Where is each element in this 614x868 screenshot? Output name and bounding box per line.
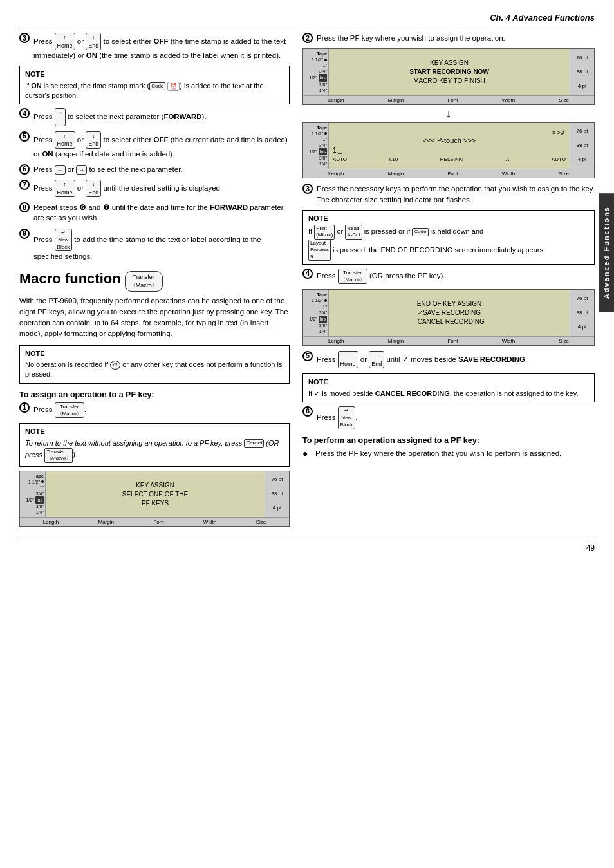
macro-key-note[interactable]: Transfer〈Macro〉	[44, 448, 73, 463]
perform-bullet: ● Press the PF key where the operation t…	[302, 448, 595, 458]
step-4: 4 Press → to select the next parameter (…	[19, 108, 290, 126]
lbl3-length: Length	[328, 171, 344, 176]
key-newblock[interactable]: ↵NewBlock	[55, 229, 73, 252]
lbl-size: Size	[256, 519, 266, 525]
arrow-indicator: ↓	[302, 107, 595, 120]
macro-press-key[interactable]: Transfer〈Macro〉	[55, 402, 84, 418]
tape2-label-row: Tape	[304, 51, 327, 57]
key-home[interactable]: ↑Home	[55, 33, 75, 50]
lcd-3-left: Tape 1 1/2" 1" 3/4" 1/2"Ins 3/8" 1/4"	[303, 290, 329, 336]
tape-12: 1/2"Ins	[21, 496, 44, 504]
macro-section-heading: Macro function Transfer〈Macro〉	[19, 270, 290, 291]
perform-title: To perform an operation assigned to a PF…	[302, 436, 595, 445]
step-7-num: 7	[19, 180, 30, 190]
step-5-content: Press ↑Home or ↓End to select either OFF…	[33, 131, 290, 159]
tape-34: 3/4"	[21, 491, 44, 496]
note-3: NOTE To return to the text without assig…	[19, 423, 290, 467]
step-6-num: 6	[19, 164, 30, 175]
note-2-text: No operation is recorded if ⏱ or any oth…	[25, 360, 284, 380]
note-3-label: NOTE	[25, 427, 284, 437]
lbl4-width: Width	[502, 338, 515, 344]
lcd2-right-4pt: 4 pt	[578, 83, 586, 90]
bullet-icon: ●	[302, 448, 312, 458]
macro-key-label[interactable]: Transfer〈Macro〉	[125, 271, 163, 291]
right-step-4-content: Press Transfer〈Macro〉 (OR press the PF k…	[317, 269, 595, 284]
key-end-5[interactable]: ↓End	[369, 351, 384, 368]
tape-label: Tape	[33, 473, 44, 479]
lcd-right-76pt: 76 pt	[272, 476, 283, 483]
step-8: 8 Repeat steps ❻ and ❼ until the date an…	[19, 202, 290, 223]
step-9: 9 Press ↵NewBlock to add the time stamp …	[19, 229, 290, 262]
macro-key-4[interactable]: Transfer〈Macro〉	[338, 269, 367, 284]
lcd-2-right: 76 pt 38 pt 4 pt	[570, 49, 594, 95]
note-3-text: To return to the text without assigning …	[25, 439, 284, 463]
lcd-ptouch-indicator: ≡ >✗	[333, 129, 566, 136]
lcd-2-row-3: MACRO KEY TO FINISH	[333, 77, 566, 86]
right-step-6-num: 6	[302, 406, 313, 417]
lbl-margin: Margin	[98, 519, 114, 525]
lbl3-margin: Margin	[388, 171, 404, 176]
page-header: Ch. 4 Advanced Functions	[19, 13, 595, 26]
step-5: 5 Press ↑Home or ↓End to select either O…	[19, 131, 290, 159]
tape3-14: 1/4"	[304, 328, 327, 334]
lcd-1-left: Tape 1 1/2" 1" 3/4" 1/2"Ins 3/8" 1/4"	[20, 471, 46, 518]
key-forward-arrow[interactable]: →	[55, 108, 66, 126]
cancel-key[interactable]: Cancel	[244, 439, 264, 447]
lcd-right-38pt: 38 pt	[272, 491, 283, 497]
key-end-2[interactable]: ↓End	[86, 131, 101, 149]
key-end[interactable]: ↓End	[86, 33, 101, 50]
lcd-3-row-3: CANCEL RECORDING	[333, 317, 566, 326]
lbl3-font: Font	[447, 171, 458, 176]
ptouch-tape-12: 1/2"Ins	[304, 148, 327, 155]
lbl4-size: Size	[559, 338, 569, 344]
lcd-3-row-1: END OF KEY ASSIGN	[333, 299, 566, 308]
note-2-label: NOTE	[25, 349, 284, 359]
lcd-3-container: Tape 1 1/2" 1" 3/4" 1/2"Ins 3/8" 1/4" EN…	[302, 289, 595, 346]
key-end-3[interactable]: ↓End	[86, 180, 101, 197]
code-key[interactable]: Code	[149, 82, 165, 90]
tape3-112: 1 1/2"	[304, 297, 327, 303]
note-5: NOTE If ✓ is moved beside CANCEL RECORDI…	[302, 373, 595, 402]
key-home-5[interactable]: ↑Home	[338, 351, 358, 368]
layout-key[interactable]: LayoutProcess9	[308, 240, 331, 261]
lcd-screen-ptouch: Tape 1 1/2" 1" 3/4" 1/2"Ins 3/8" 1/4" ≡ …	[302, 122, 595, 179]
clock-key[interactable]: ⏱	[110, 361, 120, 370]
lcd-ptouch-body: Tape 1 1/2" 1" 3/4" 1/2"Ins 3/8" 1/4" ≡ …	[303, 123, 594, 169]
tape-38: 3/8"	[21, 504, 44, 509]
tape-14: 1/4"	[21, 509, 44, 515]
ptouch-tape-112: 1 1/2"	[304, 131, 327, 137]
right-step-3: 3 Press the necessary keys to perform th…	[302, 184, 595, 204]
lcd-2-row-2: START RECORDING NOW	[333, 68, 566, 77]
lcd-2-bottom: Length Margin Font Width Size	[303, 95, 594, 104]
tape3-1: 1"	[304, 304, 327, 310]
right-step-3-content: Press the necessary keys to perform the …	[317, 184, 595, 204]
lbl-width: Width	[203, 519, 216, 525]
key-home-2[interactable]: ↑Home	[55, 131, 75, 149]
tape2-34: 3/4"	[304, 68, 327, 74]
lbl3-width: Width	[502, 171, 515, 176]
key-right-arrow[interactable]: →	[76, 165, 87, 175]
lbl2-width: Width	[502, 97, 515, 103]
ptouch-76pt: 76 pt	[577, 128, 588, 135]
lcd-2-left: Tape 1 1/2" 1" 3/4" 1/2"Ins 3/8" 1/4"	[303, 49, 329, 95]
code-key-2[interactable]: Code	[412, 228, 428, 236]
key-home-3[interactable]: ↑Home	[55, 180, 75, 197]
lcd-1-body: Tape 1 1/2" 1" 3/4" 1/2"Ins 3/8" 1/4" KE…	[20, 471, 289, 518]
assign-section: To assign an operation to a PF key: 1 Pr…	[19, 390, 290, 527]
lcd-right-4pt: 4 pt	[273, 505, 281, 511]
lcd3-right-4pt: 4 pt	[578, 324, 586, 330]
print-key[interactable]: Print(Mirror)	[314, 225, 335, 240]
lcd-ptouch-row-2: 1:_	[333, 146, 566, 155]
step-5-num: 5	[19, 131, 30, 142]
page: Ch. 4 Advanced Functions 3 Press ↑Home o…	[0, 0, 614, 868]
read-acut-key[interactable]: ReadA-Cut	[345, 225, 362, 240]
key-left-arrow[interactable]: ←	[55, 165, 66, 175]
key-newblock-6[interactable]: ↵NewBlock	[338, 406, 356, 429]
note-2: NOTE No operation is recorded if ⏱ or an…	[19, 345, 290, 384]
tape2-112: 1 1/2"	[304, 57, 327, 62]
right-step-5-num: 5	[302, 351, 313, 361]
lcd-ptouch-right: 76 pt 38 pt 4 pt	[570, 123, 594, 169]
lcd-1-bottom: Length Margin Font Width Size	[20, 517, 289, 526]
ptouch-38pt: 38 pt	[577, 142, 588, 149]
right-step-6: 6 Press ↵NewBlock.	[302, 406, 595, 429]
